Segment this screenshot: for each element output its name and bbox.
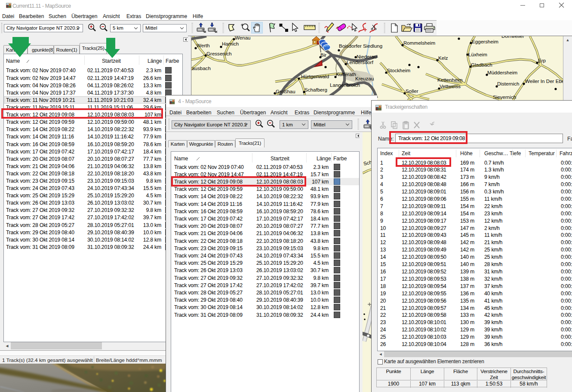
svg-text:Erp: Erp [538,58,546,63]
svg-text:ausbach: ausbach [192,65,211,71]
svg-text:Soller: Soller [406,88,418,94]
svg-text:Bir: Bir [320,52,326,58]
svg-text:Rommelsheim: Rommelsheim [403,40,435,46]
svg-text:Stockheim: Stockheim [387,67,410,73]
svg-text:Kettenheim: Kettenheim [437,77,463,83]
svg-text:Sievernich: Sievernich [493,94,516,100]
svg-text:Niederau: Niederau [357,54,377,59]
svg-text:Wenau: Wenau [235,36,251,40]
svg-text:Eggersheim: Eggersheim [472,39,498,44]
svg-text:Gladbach: Gladbach [471,62,492,67]
svg-text:Kelz: Kelz [438,55,448,61]
svg-text:Vettweiss: Vettweiss [440,83,461,89]
svg-text:Disternich: Disternich [497,81,520,86]
svg-text:Müddersheim: Müddersheim [487,70,517,75]
svg-text:Boisdorfer Siedlung: Boisdorfer Siedlung [339,43,382,49]
svg-text:Großhau: Großhau [276,89,295,94]
svg-text:Werth: Werth [197,43,210,48]
svg-text:Hürtgenwald: Hürtgenwald [301,74,329,79]
svg-text:Hamich: Hamich [222,41,239,46]
svg-text:Gressenich: Gressenich [206,51,232,56]
svg-text:Lüxheim: Lüxheim [468,52,487,57]
svg-text:Schafberg: Schafberg [304,87,327,92]
svg-text:Langenbroich: Langenbroich [330,82,360,88]
svg-text:Weiler In Der Eben: Weiler In Der Eben [525,78,567,84]
svg-text:Kufferath: Kufferath [336,71,356,77]
svg-text:Kreuzau: Kreuzau [355,76,374,81]
svg-text:Lendersdorf: Lendersdorf [347,59,374,65]
